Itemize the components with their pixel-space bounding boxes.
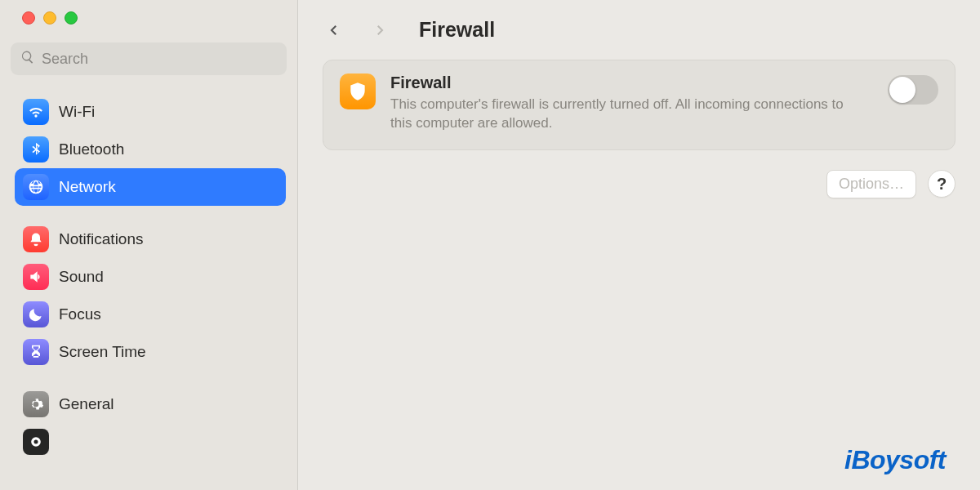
sidebar-item-label: Wi-Fi	[59, 103, 95, 121]
sidebar-spacer	[15, 371, 286, 385]
search-placeholder: Search	[42, 51, 88, 68]
sidebar-item-sound[interactable]: Sound	[15, 258, 286, 296]
sidebar-item-label: Notifications	[59, 230, 144, 248]
back-button[interactable]	[324, 20, 344, 40]
firewall-card-title: Firewall	[390, 74, 873, 92]
firewall-shield-icon	[340, 74, 376, 109]
minimize-window-button[interactable]	[43, 11, 56, 24]
zoom-window-button[interactable]	[65, 11, 78, 24]
sidebar: Search Wi-Fi Bluetooth Network Noti	[0, 0, 298, 490]
options-button[interactable]: Options…	[826, 170, 916, 198]
wifi-icon	[23, 99, 49, 125]
sidebar-item-notifications[interactable]: Notifications	[15, 220, 286, 258]
globe-icon	[23, 174, 49, 200]
gear-icon	[23, 391, 49, 417]
window-controls	[0, 11, 297, 24]
svg-point-1	[34, 440, 38, 444]
sidebar-item-label: Focus	[59, 305, 101, 323]
hourglass-icon	[23, 339, 49, 365]
search-icon	[20, 50, 35, 69]
sidebar-list: Wi-Fi Bluetooth Network Notifications	[0, 88, 297, 461]
main-pane: Firewall Firewall This computer's firewa…	[298, 0, 980, 490]
sidebar-item-label: General	[59, 395, 114, 413]
sidebar-item-network[interactable]: Network	[15, 168, 286, 206]
firewall-card: Firewall This computer's firewall is cur…	[323, 60, 956, 150]
sidebar-item-partial[interactable]	[15, 423, 286, 461]
forward-button[interactable]	[370, 20, 390, 40]
sidebar-item-wifi[interactable]: Wi-Fi	[15, 93, 286, 131]
watermark: iBoysoft	[844, 445, 946, 475]
sidebar-item-label: Bluetooth	[59, 140, 124, 158]
help-button[interactable]: ?	[928, 170, 956, 198]
unknown-icon	[23, 429, 49, 455]
sidebar-item-general[interactable]: General	[15, 385, 286, 423]
sidebar-item-screen-time[interactable]: Screen Time	[15, 333, 286, 371]
bluetooth-icon	[23, 136, 49, 163]
moon-icon	[23, 301, 49, 327]
sidebar-spacer	[15, 206, 286, 220]
header: Firewall	[298, 0, 980, 60]
sidebar-item-label: Screen Time	[59, 343, 146, 361]
bell-icon	[23, 226, 49, 252]
firewall-card-description: This computer's firewall is currently tu…	[390, 96, 848, 133]
actions-row: Options… ?	[298, 170, 956, 198]
firewall-toggle[interactable]	[888, 75, 938, 105]
search-input[interactable]: Search	[11, 42, 287, 75]
speaker-icon	[23, 264, 49, 290]
sidebar-item-label: Sound	[59, 268, 104, 286]
toggle-knob	[889, 77, 915, 103]
page-title: Firewall	[419, 18, 495, 42]
close-window-button[interactable]	[22, 11, 35, 24]
firewall-card-body: Firewall This computer's firewall is cur…	[390, 74, 873, 133]
sidebar-item-bluetooth[interactable]: Bluetooth	[15, 131, 286, 168]
sidebar-item-label: Network	[59, 178, 116, 196]
sidebar-item-focus[interactable]: Focus	[15, 296, 286, 333]
